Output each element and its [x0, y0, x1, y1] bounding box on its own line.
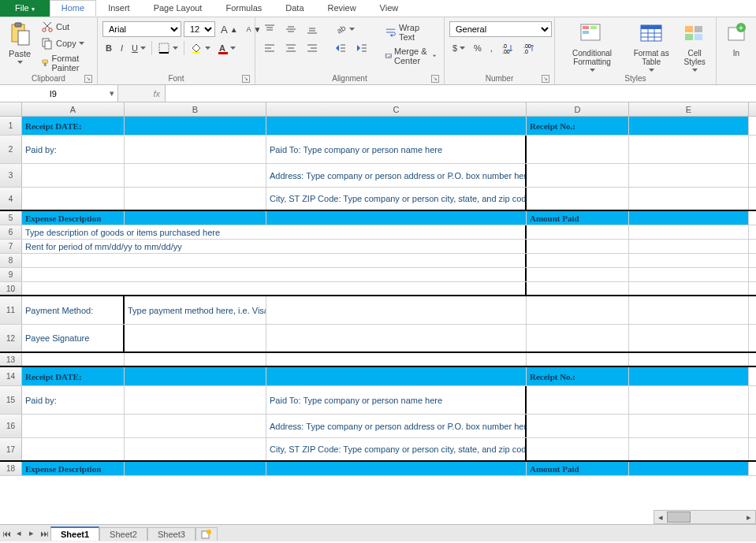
row-header-10[interactable]: 10: [0, 282, 22, 295]
row-header-1[interactable]: 1: [0, 117, 22, 135]
cell-E3[interactable]: [629, 164, 749, 187]
sheet-tab-3[interactable]: Sheet3: [147, 527, 196, 541]
dialog-launcher[interactable]: ↘: [242, 75, 250, 83]
row-header-15[interactable]: 15: [0, 386, 22, 414]
col-header-E[interactable]: E: [629, 102, 749, 116]
underline-button[interactable]: U: [128, 42, 149, 54]
align-top-button[interactable]: [260, 21, 279, 37]
cell-C12[interactable]: [266, 325, 527, 351]
align-bottom-button[interactable]: [303, 21, 322, 37]
borders-button[interactable]: [155, 40, 181, 56]
cell-E12[interactable]: [629, 325, 749, 351]
font-name-combo[interactable]: Arial: [102, 21, 181, 37]
orientation-button[interactable]: ab: [331, 21, 358, 37]
grow-font-button[interactable]: A▲: [218, 22, 241, 37]
cell-B18[interactable]: [125, 462, 266, 475]
cell-D18[interactable]: Amount Paid: [527, 462, 629, 475]
tab-insert[interactable]: Insert: [96, 0, 142, 17]
row-header-18[interactable]: 18: [0, 462, 22, 475]
cell-A18[interactable]: Expense Description: [22, 462, 125, 475]
cell-B16[interactable]: [125, 415, 266, 437]
row-header-8[interactable]: 8: [0, 254, 22, 267]
cell-D12[interactable]: [527, 325, 629, 351]
cell-D10[interactable]: [527, 282, 629, 295]
cell-C8[interactable]: [266, 254, 527, 267]
cell-A17[interactable]: [22, 438, 125, 460]
cell-A2[interactable]: Paid by:: [22, 136, 125, 163]
row-header-12[interactable]: 12: [0, 325, 22, 351]
horizontal-scrollbar[interactable]: ◂ ▸: [654, 510, 756, 524]
cell-C5[interactable]: [266, 211, 527, 225]
sheet-tab-1[interactable]: Sheet1: [50, 526, 99, 541]
cell-D16[interactable]: [527, 415, 629, 437]
cell-B3[interactable]: [125, 164, 266, 187]
wrap-text-button[interactable]: Wrap Text: [382, 21, 439, 43]
sheet-nav-prev[interactable]: ◂: [13, 528, 25, 538]
cell-E2[interactable]: [629, 136, 749, 163]
cell-B9[interactable]: [125, 268, 266, 281]
dialog-launcher[interactable]: ↘: [542, 75, 549, 83]
align-center-button[interactable]: [281, 40, 300, 56]
cell-B12[interactable]: [125, 325, 266, 351]
cell-C17[interactable]: City, ST ZIP Code: Type company or perso…: [266, 438, 527, 460]
sheet-nav-next[interactable]: ▸: [25, 528, 38, 538]
scroll-left[interactable]: ◂: [654, 512, 667, 523]
tab-view[interactable]: View: [368, 0, 411, 17]
cell-C4[interactable]: City, ST ZIP Code: Type company or perso…: [266, 188, 527, 210]
cell-C1[interactable]: [266, 117, 527, 135]
cell-E10[interactable]: [629, 282, 749, 295]
comma-button[interactable]: ,: [487, 42, 496, 54]
cell-B1[interactable]: [125, 117, 266, 135]
cell-D2[interactable]: [527, 136, 629, 163]
cell-D13[interactable]: [527, 353, 629, 366]
cell-E8[interactable]: [629, 254, 749, 267]
cell-D5[interactable]: Amount Paid: [527, 211, 629, 225]
row-header-5[interactable]: 5: [0, 211, 22, 225]
percent-button[interactable]: %: [471, 42, 485, 54]
cell-D7[interactable]: [527, 240, 629, 253]
cell-B13[interactable]: [125, 353, 266, 366]
font-size-combo[interactable]: 12: [184, 21, 215, 37]
font-color-button[interactable]: A: [216, 41, 239, 56]
row-header-11[interactable]: 11: [0, 296, 22, 324]
col-header-D[interactable]: D: [527, 102, 629, 116]
cell-A9[interactable]: [22, 268, 125, 281]
col-header-C[interactable]: C: [266, 102, 527, 116]
cell-B4[interactable]: [125, 188, 266, 210]
row-header-9[interactable]: 9: [0, 268, 22, 281]
cell-E16[interactable]: [629, 415, 749, 437]
cell-D6[interactable]: [527, 225, 629, 239]
cell-C15[interactable]: Paid To: Type company or person name her…: [266, 386, 527, 414]
cell-E11[interactable]: [629, 296, 749, 324]
scroll-right[interactable]: ▸: [743, 512, 755, 523]
cell-C7[interactable]: [266, 240, 527, 253]
cell-A3[interactable]: [22, 164, 125, 187]
cell-B5[interactable]: [125, 211, 266, 225]
cell-E1[interactable]: [629, 117, 749, 135]
tab-home[interactable]: Home: [50, 0, 96, 17]
cell-A4[interactable]: [22, 188, 125, 210]
cell-C13[interactable]: [266, 353, 527, 366]
number-format-combo[interactable]: General: [449, 21, 552, 37]
cell-C3[interactable]: Address: Type company or person address …: [266, 164, 527, 187]
cell-B10[interactable]: [125, 282, 266, 295]
name-box-dropdown[interactable]: ▾: [106, 88, 117, 99]
cell-D17[interactable]: [527, 438, 629, 460]
cell-A7[interactable]: Rent for period of mm/dd/yy to mm/dd/yy: [22, 240, 125, 253]
cell-C2[interactable]: Paid To: Type company or person name her…: [266, 136, 527, 163]
format-as-table-button[interactable]: Format as Table: [628, 19, 675, 73]
cell-D14[interactable]: Receipt No.:: [527, 367, 629, 385]
cell-C10[interactable]: [266, 282, 527, 295]
fx-label[interactable]: fx: [118, 85, 166, 102]
cell-E18[interactable]: [629, 462, 749, 475]
row-header-16[interactable]: 16: [0, 415, 22, 437]
currency-button[interactable]: $: [449, 42, 468, 54]
cell-A5[interactable]: Expense Description: [22, 211, 125, 225]
row-header-4[interactable]: 4: [0, 188, 22, 210]
cell-D11[interactable]: [527, 296, 629, 324]
inc-indent-button[interactable]: [352, 40, 371, 56]
copy-button[interactable]: Copy: [38, 35, 92, 51]
row-header-17[interactable]: 17: [0, 438, 22, 460]
select-all-corner[interactable]: [0, 102, 22, 116]
merge-center-button[interactable]: aMerge & Center: [382, 45, 439, 67]
